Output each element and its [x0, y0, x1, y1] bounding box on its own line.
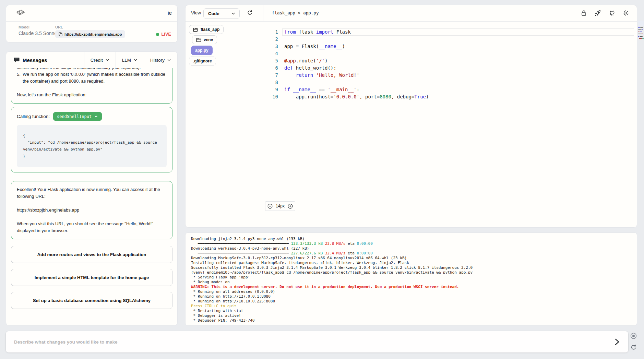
composer-input[interactable]: [6, 331, 628, 352]
send-icon[interactable]: [613, 338, 621, 347]
suggestion-button[interactable]: Add more routes and views to the Flask a…: [11, 246, 172, 263]
url-pill[interactable]: https://sbxzpjbh.enginelabs.app: [55, 30, 125, 38]
workspace-panel: View Code flask_app > app.py: [185, 5, 637, 228]
file-item-app-py[interactable]: app.py: [191, 46, 213, 55]
url-label: URL: [55, 25, 125, 29]
chevron-down-icon: [105, 58, 109, 62]
lock-icon[interactable]: [581, 10, 587, 16]
chat-icon: [14, 57, 20, 63]
terminal-line: Successfully installed Flask-3.0.3 Jinja…: [191, 265, 631, 270]
terminal-line: ━━━━━━━━━━━━━━━━━━━━━━━━━━━━━━━━━━━━━━━━…: [191, 251, 631, 256]
view-select[interactable]: Code: [203, 8, 240, 19]
code-line: 4: [263, 50, 637, 57]
github-icon[interactable]: [608, 10, 615, 16]
code-line: 1from flask import Flask: [263, 28, 637, 36]
code-line-content: def hello_world():: [278, 64, 336, 72]
menu-label: Credit: [91, 58, 103, 63]
file-item-venv[interactable]: venv: [192, 35, 217, 44]
breadcrumb-folder[interactable]: flask_app: [272, 10, 295, 15]
brand-logo: [14, 9, 26, 18]
messages-title: Messages: [6, 52, 84, 68]
message-closing: Now, let's run the Flask application:: [17, 92, 167, 98]
reload-icon[interactable]: [630, 344, 637, 352]
suggestion-button[interactable]: Implement a simple HTML template for the…: [11, 269, 172, 286]
code-line: 10 app.run(host='0.0.0.0', port=8080, de…: [263, 93, 637, 100]
gear-icon[interactable]: [622, 10, 629, 16]
terminal-line: * Running on all addresses (0.0.0.0): [191, 289, 631, 294]
line-number: 6: [263, 64, 278, 72]
line-number: 7: [263, 72, 278, 79]
payload-line: "input": "cd /home/engine/app/project/fl…: [23, 139, 160, 153]
function-name-toggle[interactable]: sendShellInput: [53, 112, 102, 121]
refresh-icon[interactable]: [247, 10, 253, 17]
terminal-line: ━━━━━━━━━━━━━━━━━━━━━━━━━━━━━━━━━━━━━━━━…: [191, 241, 631, 246]
message-paragraph: When you visit this URL, you should see …: [17, 220, 167, 234]
terminal-line: Installing collected packages: MarkupSaf…: [191, 261, 631, 265]
file-item-gitignore[interactable]: .gitignore: [189, 57, 216, 65]
code-line-content: return 'Hello, World!': [278, 72, 359, 79]
stop-icon[interactable]: [630, 333, 637, 340]
rocket-icon[interactable]: [594, 10, 601, 16]
model-label: Model: [19, 25, 58, 29]
code-line: 8: [263, 79, 637, 86]
live-label: LIVE: [161, 32, 171, 37]
code-line: 5@app.route('/'): [263, 57, 637, 64]
messages-scroll-area[interactable]: server only runs if the script is execut…: [6, 68, 177, 325]
folder-icon: [196, 38, 201, 42]
suggestion-button[interactable]: Set up a basic database connection using…: [11, 292, 172, 309]
menu-credit[interactable]: Credit: [84, 52, 116, 68]
status-badge: LIVE: [156, 32, 171, 37]
suggestions: Add more routes and views to the Flask a…: [11, 246, 172, 309]
folder-open-icon: [193, 27, 198, 32]
chevron-down-icon: [167, 58, 171, 62]
terminal-line: * Debugger is active!: [191, 313, 631, 318]
menu-llm[interactable]: LLM: [116, 52, 144, 68]
menu-history[interactable]: History: [144, 52, 177, 68]
app-root: ie Model Claude 3.5 Sonnet URL https://s…: [0, 0, 644, 359]
code-editor[interactable]: 1from flask import Flask23app = Flask(__…: [263, 22, 637, 227]
code-line-content: app = Flask(__name__): [278, 43, 345, 50]
increase-font-button[interactable]: [288, 204, 293, 209]
copy-icon: [59, 32, 62, 36]
file-tree-row: flask_app: [186, 25, 263, 35]
file-item-label: .gitignore: [193, 59, 212, 63]
terminal-line: Press CTRL+C to quit: [191, 304, 631, 309]
code-line-content: [278, 50, 284, 57]
messages-menus: CreditLLMHistory: [84, 52, 177, 68]
workspace-toolbar: View Code flask_app > app.py: [186, 5, 637, 22]
messages-header: Messages CreditLLMHistory: [6, 52, 177, 68]
breadcrumb-file[interactable]: app.py: [303, 10, 319, 15]
minimap-slider[interactable]: [638, 21, 644, 26]
terminal-line: (venv) engine@10:~/app/project/flask_app…: [191, 270, 631, 275]
decrease-font-button[interactable]: [267, 204, 273, 209]
payload-line: }: [23, 153, 160, 160]
composer-bar: [6, 331, 628, 352]
assistant-message: server only runs if the script is execut…: [11, 68, 172, 104]
menu-label: History: [150, 58, 165, 63]
toolbar-divider: [263, 5, 263, 21]
function-payload: { "input": "cd /home/engine/app/project/…: [17, 125, 167, 167]
live-dot: [156, 33, 159, 36]
minimap[interactable]: [638, 21, 644, 49]
payload-line: {: [23, 132, 160, 139]
file-item-label: app.py: [195, 48, 208, 53]
line-number: 8: [263, 79, 278, 86]
file-item-flask_app[interactable]: flask_app: [189, 25, 224, 34]
code-line: 2: [263, 36, 637, 43]
font-size-value: 14px: [276, 204, 285, 208]
terminal-line: Downloading werkzeug-3.0.4-py3-none-any.…: [191, 246, 631, 251]
chevron-down-icon: [133, 58, 138, 62]
file-tree: flask_appvenvapp.py.gitignore: [186, 22, 263, 227]
list-number: 5.: [17, 71, 23, 85]
line-number: 5: [263, 57, 278, 64]
code-line-content: app.run(host='0.0.0.0', port=8080, debug…: [278, 93, 429, 100]
terminal-line: WARNING: This is a development server. D…: [191, 285, 631, 289]
model-field: Model Claude 3.5 Sonnet: [19, 25, 58, 36]
message-line-clipped: server only runs if the script is execut…: [17, 68, 167, 71]
line-number: 10: [263, 93, 278, 100]
model-value: Claude 3.5 Sonnet: [19, 31, 58, 36]
url-value: https://sbxzpjbh.enginelabs.app: [64, 32, 122, 36]
code-line: 3app = Flask(__name__): [263, 43, 637, 50]
terminal-panel[interactable]: Downloading jinja2-3.1.4-py3-none-any.wh…: [185, 232, 637, 326]
line-number: 9: [263, 86, 278, 93]
